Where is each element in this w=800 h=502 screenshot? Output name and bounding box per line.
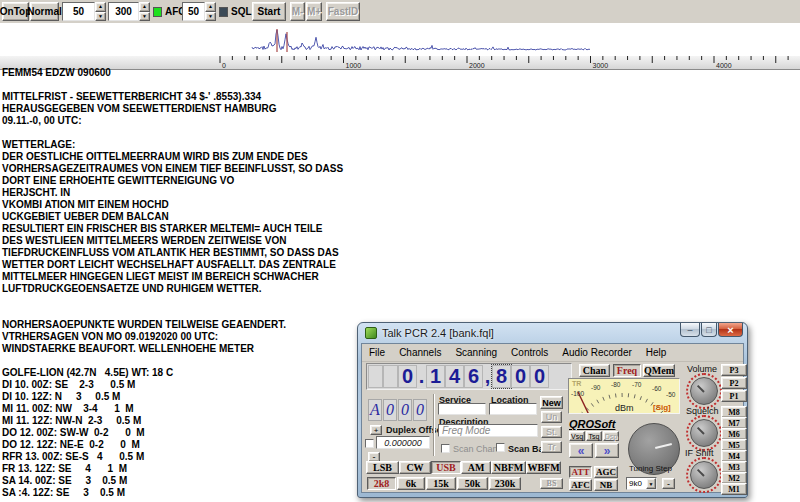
maximize-button[interactable]: □ bbox=[701, 323, 717, 337]
bs-button[interactable]: BS bbox=[540, 478, 563, 489]
text-line: MITTELMEER HINGEGEN LIEGT MEIST IM BEREI… bbox=[2, 271, 798, 283]
freq-digit[interactable] bbox=[383, 365, 398, 388]
spinner-2-value[interactable]: 300 bbox=[108, 2, 139, 21]
ontop-button[interactable]: OnTop bbox=[2, 2, 29, 21]
volume-knob[interactable] bbox=[686, 373, 722, 409]
tuning-step-label: Tuning Step bbox=[629, 464, 672, 473]
menu-scanning[interactable]: Scanning bbox=[448, 347, 504, 358]
spinner-3: 50 ▲ ▼ bbox=[182, 2, 216, 21]
spinner-3-value[interactable]: 50 bbox=[182, 2, 205, 21]
spinner-3-up-icon[interactable]: ▲ bbox=[205, 2, 216, 12]
filter-2k8-button[interactable]: 2k8 bbox=[367, 477, 396, 490]
text-line: VKOMBI ATION MIT EINEM HOCHD bbox=[2, 199, 798, 211]
vsq-button[interactable]: Vsq bbox=[569, 431, 585, 441]
freq-digit[interactable]: 0 bbox=[511, 365, 530, 388]
memory-plus-button[interactable]: M+ bbox=[306, 2, 322, 21]
tr-button[interactable]: Tr bbox=[541, 441, 562, 453]
menu-channels[interactable]: Channels bbox=[392, 347, 448, 358]
usb-button[interactable]: USB bbox=[431, 461, 461, 474]
freq-digit[interactable]: 1 bbox=[426, 365, 445, 388]
tuning-step-dropdown-icon[interactable]: ▼ bbox=[646, 478, 656, 489]
duplex-checkbox[interactable] bbox=[365, 439, 374, 448]
if-shift-knob[interactable] bbox=[686, 457, 722, 493]
st-button[interactable]: St. bbox=[541, 426, 562, 438]
afc-led-icon bbox=[153, 7, 162, 17]
text-line: 09.11.-0, 00 UTC: bbox=[2, 115, 798, 127]
spinner-1-up-icon[interactable]: ▲ bbox=[95, 2, 106, 12]
p3-button[interactable]: P3 bbox=[721, 364, 747, 376]
lsb-button[interactable]: LSB bbox=[366, 461, 399, 474]
spinner-2-down-icon[interactable]: ▼ bbox=[139, 12, 150, 22]
description-field[interactable]: Freq Mode bbox=[438, 424, 538, 437]
scan-up-button[interactable]: » bbox=[595, 443, 619, 458]
service-field[interactable] bbox=[438, 403, 486, 415]
un-button[interactable]: Un bbox=[541, 411, 562, 423]
nb-button[interactable]: NB bbox=[594, 479, 618, 491]
scan-down-button[interactable]: « bbox=[569, 443, 593, 458]
text-line: LUFTDRUCKGEOENSAETZE UND RUHIGEM WETTER. bbox=[2, 283, 798, 295]
scan-bank-checkbox[interactable] bbox=[496, 443, 505, 452]
spinner-1-value[interactable]: 50 bbox=[62, 2, 95, 21]
location-field[interactable] bbox=[489, 403, 537, 415]
freq-digit[interactable]: 8 bbox=[492, 365, 511, 388]
filter-50k-button[interactable]: 50k bbox=[457, 477, 488, 490]
filter-6k-button[interactable]: 6k bbox=[397, 477, 425, 490]
filter-230k-button[interactable]: 230k bbox=[489, 477, 521, 490]
spinner-2-up-icon[interactable]: ▲ bbox=[139, 2, 150, 12]
cw-button[interactable]: CW bbox=[399, 461, 431, 474]
fastid-button[interactable]: FastID bbox=[326, 2, 360, 21]
p2-button[interactable]: P2 bbox=[721, 377, 747, 389]
att-button[interactable]: ATT bbox=[569, 466, 592, 478]
meter-tick-label: -60 bbox=[652, 385, 661, 392]
freq-digit[interactable]: 0 bbox=[530, 365, 549, 388]
freq-digit[interactable]: 0 bbox=[398, 365, 417, 388]
tuning-step-minus-button[interactable]: - bbox=[662, 478, 675, 489]
afc-toggle[interactable]: AFC bbox=[153, 2, 186, 21]
sql-led-icon bbox=[219, 7, 228, 17]
freq-button[interactable]: Freq bbox=[613, 364, 641, 377]
wbfm-button[interactable]: WBFM bbox=[526, 461, 561, 474]
menu-controls[interactable]: Controls bbox=[504, 347, 555, 358]
spinner-1-down-icon[interactable]: ▼ bbox=[95, 12, 106, 22]
memory-minus-button[interactable]: M- bbox=[290, 2, 305, 21]
spinner-2: 300 ▲ ▼ bbox=[108, 2, 150, 21]
nbfm-button[interactable]: NBFM bbox=[491, 461, 526, 474]
frequency-display[interactable]: 0 . 1 4 6 , 8 0 0 bbox=[366, 363, 572, 390]
menu-file[interactable]: File bbox=[362, 347, 392, 358]
minimize-button[interactable]: – bbox=[680, 323, 700, 337]
normal-button[interactable]: Normal bbox=[30, 2, 59, 21]
am-button[interactable]: AM bbox=[461, 461, 491, 474]
duplex-offset-field[interactable]: 0.000000 bbox=[376, 436, 430, 449]
scan-chan-checkbox[interactable] bbox=[441, 444, 450, 453]
main-toolbar: OnTop Normal 50 ▲ ▼ 300 ▲ ▼ AFC 50 ▲ ▼ bbox=[0, 0, 800, 24]
m1-button[interactable]: M1 bbox=[721, 483, 747, 495]
freq-digit[interactable] bbox=[368, 365, 383, 388]
spinner-3-down-icon[interactable]: ▼ bbox=[205, 12, 216, 22]
text-line bbox=[2, 295, 798, 307]
tsq-button[interactable]: Tsq bbox=[586, 431, 602, 441]
text-line: WETTER DORT LEICHT WECHSELHAFT AUSFAELLT… bbox=[2, 259, 798, 271]
new-button[interactable]: New bbox=[540, 396, 563, 409]
chan-button[interactable]: Chan bbox=[579, 364, 610, 377]
text-line: DES WESTLIEEN MITTELMEERS WERDEN ZEITWEI… bbox=[2, 235, 798, 247]
close-button[interactable]: × bbox=[718, 323, 743, 337]
qmem-button[interactable]: QMem bbox=[643, 364, 675, 377]
text-line: WETTERLAGE: bbox=[2, 139, 798, 151]
text-line: RESULTIERT EIN FRISCHER BIS STARKER MELT… bbox=[2, 223, 798, 235]
menu-audio-recorder[interactable]: Audio Recorder bbox=[555, 347, 638, 358]
sql-toggle[interactable]: SQL bbox=[219, 2, 252, 21]
dsp-button[interactable]: Dsp bbox=[603, 431, 619, 441]
afc-button[interactable]: AFC bbox=[569, 479, 592, 491]
start-button[interactable]: Start bbox=[252, 2, 286, 21]
freq-digit[interactable]: 6 bbox=[464, 365, 483, 388]
spectrum-display[interactable] bbox=[0, 23, 800, 55]
p1-button[interactable]: P1 bbox=[721, 390, 747, 402]
freq-digit[interactable]: 4 bbox=[445, 365, 464, 388]
squelch-knob[interactable] bbox=[686, 415, 722, 451]
agc-button[interactable]: AGC bbox=[594, 466, 618, 478]
duplex-plus-button[interactable]: + bbox=[370, 425, 382, 435]
filter-15k-button[interactable]: 15k bbox=[426, 477, 456, 490]
menu-help[interactable]: Help bbox=[639, 347, 674, 358]
tuning-step-dropdown[interactable]: 9k0 ▼ bbox=[626, 477, 657, 490]
application-screen: OnTop Normal 50 ▲ ▼ 300 ▲ ▼ AFC 50 ▲ ▼ bbox=[0, 0, 800, 502]
